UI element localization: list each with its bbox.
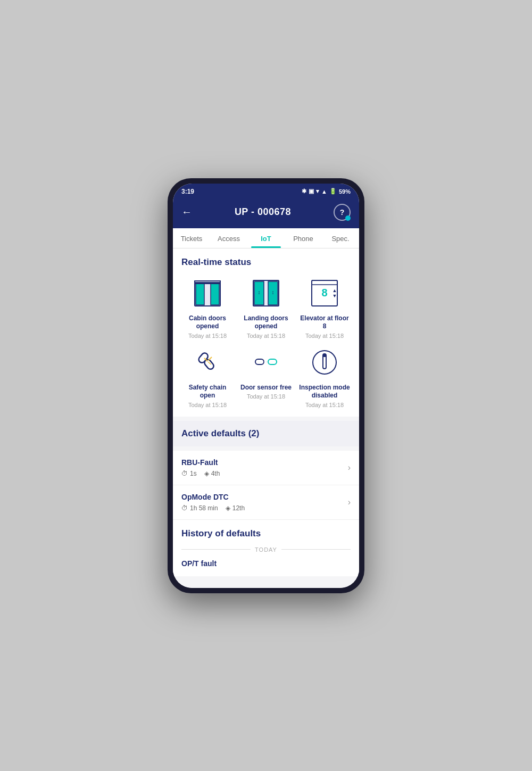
fault-rbu-chevron: › — [348, 463, 351, 472]
door-sensor-icon — [249, 345, 283, 379]
history-title: History of defaults — [181, 528, 351, 539]
svg-rect-16 — [312, 280, 337, 285]
safety-chain-icon — [190, 345, 225, 379]
elevator-floor-icon: 8 ▲ ▼ — [307, 276, 342, 310]
layers-icon: ◈ — [204, 470, 209, 477]
app-header: ← UP - 000678 ? — [173, 198, 359, 228]
status-grid: Cabin doors opened Today at 15:18 — [181, 276, 351, 408]
landing-doors-time: Today at 15:18 — [247, 333, 285, 339]
fault-opmode-name: OpMode DTC — [181, 493, 348, 501]
svg-rect-2 — [211, 284, 219, 305]
history-first-fault[interactable]: OP/T fault — [181, 559, 351, 568]
active-defaults-title: Active defaults (2) — [181, 428, 351, 439]
realtime-title: Real-time status — [181, 257, 351, 268]
status-bar: 3:19 ✱ ▣ ▾ ▲ 🔋 59% — [173, 184, 359, 198]
fault-opmode-occurrence: ◈ 12th — [226, 504, 245, 512]
battery-level: 59% — [339, 188, 351, 195]
phone-screen: 3:19 ✱ ▣ ▾ ▲ 🔋 59% ← UP - 000678 ? Ticke… — [173, 184, 359, 588]
svg-text:↕: ↕ — [258, 289, 261, 295]
history-day-label: TODAY — [181, 546, 351, 553]
svg-rect-27 — [255, 359, 264, 364]
svg-rect-1 — [196, 284, 204, 305]
active-defaults-header: Active defaults (2) — [173, 421, 359, 446]
history-day-text: TODAY — [255, 546, 277, 553]
phone-frame: 3:19 ✱ ▣ ▾ ▲ 🔋 59% ← UP - 000678 ? Ticke… — [168, 178, 364, 593]
fault-item-opmode[interactable]: OpMode DTC ⏱ 1h 58 min ◈ 12th › — [173, 485, 359, 520]
realtime-section: Real-time status — [173, 248, 359, 417]
svg-rect-3 — [204, 284, 211, 305]
clock-icon-2: ⏱ — [181, 504, 188, 512]
fault-rbu-name: RBU-Fault — [181, 458, 348, 467]
safety-chain-time: Today at 15:18 — [188, 402, 227, 408]
elevator-floor-time: Today at 15:18 — [305, 333, 344, 339]
landing-doors-label: Landing doors opened — [240, 314, 292, 331]
svg-text:↕: ↕ — [272, 289, 275, 295]
signal-icon: ▲ — [321, 188, 327, 195]
status-card-safety-chain: Safety chain open Today at 15:18 — [181, 345, 234, 408]
history-section: History of defaults TODAY OP/T fault — [173, 520, 359, 576]
fault-opmode-duration: 1h 58 min — [190, 504, 218, 512]
svg-rect-28 — [268, 359, 277, 364]
door-sensor-label: Door sensor free — [240, 384, 292, 392]
svg-text:▼: ▼ — [332, 293, 337, 299]
fault-rbu-info: RBU-Fault ⏱ 1s ◈ 4th — [181, 458, 348, 477]
tab-access[interactable]: Access — [210, 228, 247, 248]
header-title: UP - 000678 — [235, 206, 291, 218]
bluetooth-icon: ✱ — [302, 188, 306, 195]
fault-rbu-meta: ⏱ 1s ◈ 4th — [181, 470, 348, 477]
elevator-floor-label: Elevator at floor 8 — [298, 314, 351, 331]
fault-item-rbu[interactable]: RBU-Fault ⏱ 1s ◈ 4th › — [173, 451, 359, 485]
status-card-inspection-mode: Inspection mode disabled Today at 15:18 — [298, 345, 351, 408]
clock-icon: ⏱ — [181, 470, 188, 477]
safety-chain-label: Safety chain open — [181, 384, 234, 400]
status-time: 3:19 — [181, 188, 194, 195]
fault-rbu-duration: 1s — [190, 470, 197, 477]
inspection-mode-icon — [307, 345, 342, 379]
layers-icon-2: ◈ — [226, 504, 230, 512]
tab-phone[interactable]: Phone — [285, 228, 322, 248]
svg-text:8: 8 — [321, 287, 327, 299]
cabin-doors-time: Today at 15:18 — [188, 333, 227, 339]
tab-spec[interactable]: Spec. — [322, 228, 359, 248]
door-sensor-time: Today at 15:18 — [247, 393, 285, 400]
fault-opmode-info: OpMode DTC ⏱ 1h 58 min ◈ 12th — [181, 493, 348, 512]
back-button[interactable]: ← — [181, 206, 192, 218]
tab-bar: Tickets Access IoT Phone Spec. — [173, 228, 359, 248]
main-content: Real-time status — [173, 248, 359, 588]
status-icons: ✱ ▣ ▾ ▲ 🔋 59% — [302, 188, 351, 195]
fault-opmode-time: ⏱ 1h 58 min — [181, 504, 218, 512]
status-card-landing-doors: ↕ ↕ Landing doors opened Today at 15:18 — [240, 276, 292, 339]
status-card-elevator-floor: 8 ▲ ▼ Elevator at floor 8 Today at 15:18 — [298, 276, 351, 339]
cabin-door-icon — [190, 276, 225, 310]
cabin-doors-label: Cabin doors opened — [181, 314, 234, 331]
status-card-door-sensor: Door sensor free Today at 15:18 — [240, 345, 292, 408]
wifi-icon: ▾ — [316, 188, 319, 195]
vibrate-icon: ▣ — [309, 188, 314, 195]
status-card-cabin-doors: Cabin doors opened Today at 15:18 — [181, 276, 234, 339]
fault-rbu-count: 4th — [211, 470, 220, 477]
battery-icon: 🔋 — [329, 188, 337, 195]
help-button[interactable]: ? — [334, 204, 351, 221]
fault-opmode-meta: ⏱ 1h 58 min ◈ 12th — [181, 504, 348, 512]
help-icon: ? — [340, 208, 345, 217]
tab-tickets[interactable]: Tickets — [173, 228, 210, 248]
fault-opmode-count: 12th — [232, 504, 245, 512]
tab-iot[interactable]: IoT — [247, 228, 285, 248]
landing-door-icon: ↕ ↕ — [249, 276, 283, 310]
inspection-mode-label: Inspection mode disabled — [298, 384, 351, 400]
svg-rect-10 — [264, 281, 268, 305]
fault-rbu-time: ⏱ 1s — [181, 470, 197, 477]
fault-rbu-occurrence: ◈ 4th — [204, 470, 220, 477]
inspection-mode-time: Today at 15:18 — [305, 402, 344, 408]
svg-text:▲: ▲ — [332, 288, 337, 293]
fault-opmode-chevron: › — [348, 498, 351, 507]
svg-rect-32 — [323, 354, 326, 357]
